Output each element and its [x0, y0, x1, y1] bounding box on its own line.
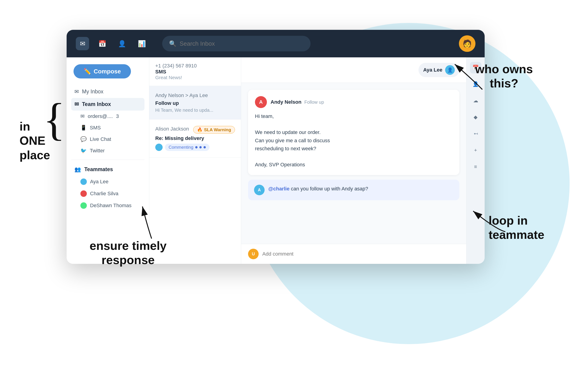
- sidebar-section-teammates: 👥 Teammates Aya Lee Charlie Silva DeShaw…: [67, 163, 149, 211]
- inbox-item-header-andy: Andy Nelson > Aya Lee: [155, 93, 235, 98]
- charlie-avatar: [80, 190, 87, 197]
- inbox-list: +1 (234) 567 8910 SMS Great News! Andy N…: [149, 57, 241, 264]
- annotation-ensure-timely: ensure timely response: [90, 238, 167, 267]
- andy-avatar: A: [255, 96, 267, 108]
- inbox-channel: SMS: [155, 69, 235, 75]
- comment-input-area: U: [241, 244, 466, 264]
- comment-input-field[interactable]: [262, 251, 459, 257]
- inbox-item-from-alison: Alison Jackson: [155, 126, 189, 132]
- dot-3: [203, 146, 206, 148]
- inbox-item-subject-alison: Re: Missing delivery: [155, 135, 235, 141]
- assignee-name: Aya Lee: [423, 67, 442, 73]
- curly-brace: {: [43, 96, 65, 142]
- inbox-item-header-alison: Alison Jackson 🔥 SLA Warning: [155, 126, 235, 134]
- message-card-header: A Andy Nelson Follow up: [255, 96, 453, 108]
- sidebar-teammate-charlie[interactable]: Charlie Silva: [71, 188, 144, 200]
- right-menu-icon[interactable]: ≡: [470, 161, 481, 173]
- search-input[interactable]: [180, 40, 304, 47]
- comment-card: A @charlie can you follow up with Andy a…: [248, 180, 459, 200]
- sidebar-item-live-chat[interactable]: 💬 Live Chat: [71, 134, 144, 145]
- commenter-avatar: [155, 144, 163, 151]
- sidebar-divider: [71, 160, 144, 160]
- right-cloud-icon[interactable]: ☁: [470, 95, 481, 107]
- msg-body: Hi team,We need to update our order.Can …: [255, 112, 453, 169]
- aya-avatar: [80, 178, 87, 185]
- sidebar-item-orders[interactable]: ✉ orders@.... 3: [71, 111, 144, 122]
- inbox-tagline: Great News!: [155, 75, 235, 80]
- sla-warning-badge: 🔥 SLA Warning: [193, 126, 235, 134]
- sidebar-section-inbox: ✉ My Inbox ✉ Team Inbox ✉ orders@.... 3 …: [67, 85, 149, 157]
- commenting-indicator: Commenting: [155, 144, 235, 151]
- inbox-item-andy[interactable]: Andy Nelson > Aya Lee Follow up Hi Team,…: [149, 86, 241, 120]
- inbox-item-from-andy: Andy Nelson > Aya Lee: [155, 93, 208, 98]
- assignee-pill[interactable]: Aya Lee 👤: [419, 63, 459, 77]
- sidebar-teammates-header: 👥 Teammates: [71, 163, 144, 176]
- search-icon: 🔍: [169, 40, 176, 47]
- search-bar[interactable]: 🔍: [162, 36, 311, 51]
- main-message-card: A Andy Nelson Follow up Hi team,We need …: [248, 90, 459, 175]
- commenter-msg-avatar: A: [254, 185, 265, 195]
- right-diamond-icon[interactable]: ◆: [470, 111, 481, 123]
- live-chat-icon: 💬: [80, 136, 87, 142]
- app-window: ✉ 📅 👤 📊 🔍 🧑 ✏️ Compose ✉ My Inbox: [67, 30, 485, 264]
- twitter-icon: 🐦: [80, 148, 87, 154]
- detail-header: Aya Lee 👤: [241, 57, 466, 83]
- svg-point-0: [474, 133, 475, 134]
- sidebar-teammate-aya[interactable]: Aya Lee: [71, 176, 144, 188]
- user-avatar[interactable]: 🧑: [459, 35, 475, 52]
- team-inbox-icon: ✉: [74, 101, 79, 107]
- inbox-item-preview-andy: Hi Team, We need to upda...: [155, 108, 235, 113]
- dot-1: [195, 146, 198, 148]
- assignee-avatar: 👤: [445, 65, 455, 75]
- commenting-badge: Commenting: [165, 144, 209, 151]
- sidebar-item-my-inbox[interactable]: ✉ My Inbox: [71, 85, 144, 98]
- sidebar-item-team-inbox[interactable]: ✉ Team Inbox: [71, 98, 144, 111]
- topnav: ✉ 📅 👤 📊 🔍 🧑: [67, 30, 485, 57]
- dot-2: [199, 146, 202, 148]
- nav-calendar-icon[interactable]: 📅: [96, 37, 109, 50]
- deshawn-avatar: [80, 202, 87, 209]
- comment-mention: @charlie: [268, 186, 289, 191]
- inbox-phone: +1 (234) 567 8910: [155, 63, 235, 69]
- right-add-icon[interactable]: +: [470, 144, 481, 156]
- detail-panel: Aya Lee 👤 A Andy Nelson Follow up Hi tea…: [241, 57, 466, 264]
- comment-body: @charlie can you follow up with Andy asa…: [268, 185, 368, 193]
- nav-contacts-icon[interactable]: 👤: [115, 37, 129, 50]
- annotation-loop-in: loop in teammate: [488, 213, 544, 242]
- inbox-item-subject-andy: Follow up: [155, 100, 235, 106]
- compose-button[interactable]: ✏️ Compose: [73, 64, 131, 79]
- orders-icon: ✉: [80, 113, 84, 119]
- fire-icon: 🔥: [197, 127, 202, 132]
- current-user-avatar: U: [248, 249, 259, 259]
- inbox-top-info: +1 (234) 567 8910 SMS Great News!: [149, 57, 241, 86]
- nav-inbox-icon[interactable]: ✉: [76, 37, 89, 50]
- sidebar: ✏️ Compose ✉ My Inbox ✉ Team Inbox ✉ ord…: [67, 57, 149, 264]
- message-area: A Andy Nelson Follow up Hi team,We need …: [241, 83, 466, 244]
- compose-icon: ✏️: [84, 68, 91, 75]
- msg-sender-name: Andy Nelson: [270, 99, 301, 105]
- topnav-icons: ✉ 📅 👤 📊: [76, 37, 148, 50]
- right-hubspot-icon[interactable]: [470, 128, 481, 140]
- annotation-who-owns: who owns this?: [475, 62, 533, 91]
- sms-icon: 📱: [80, 125, 87, 131]
- orders-badge: 3: [116, 113, 119, 119]
- my-inbox-icon: ✉: [74, 89, 79, 95]
- main-content: ✏️ Compose ✉ My Inbox ✉ Team Inbox ✉ ord…: [67, 57, 485, 264]
- sidebar-teammate-deshawn[interactable]: DeShawn Thomas: [71, 200, 144, 211]
- inbox-item-alison[interactable]: Alison Jackson 🔥 SLA Warning Re: Missing…: [149, 120, 241, 158]
- msg-tag: Follow up: [304, 100, 324, 105]
- sidebar-item-twitter[interactable]: 🐦 Twitter: [71, 145, 144, 157]
- nav-analytics-icon[interactable]: 📊: [135, 37, 148, 50]
- sidebar-item-sms[interactable]: 📱 SMS: [71, 122, 144, 134]
- teammates-icon: 👥: [74, 166, 81, 173]
